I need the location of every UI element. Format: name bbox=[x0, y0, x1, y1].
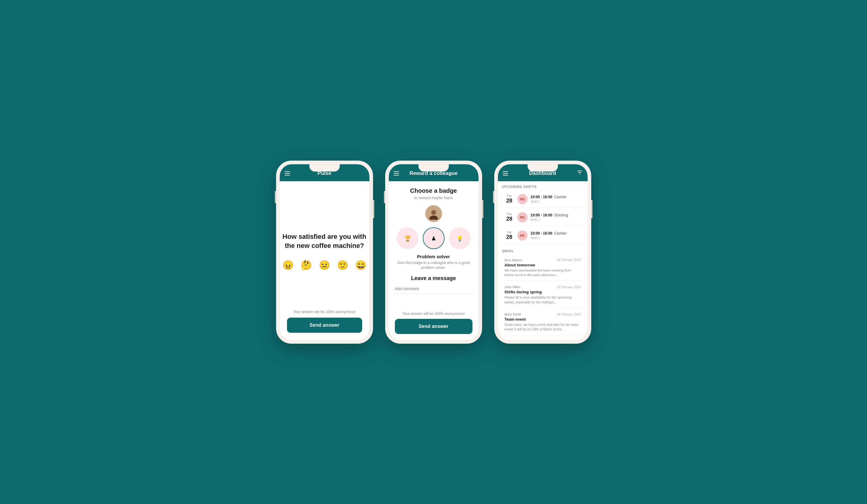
shift-day-2: Tue bbox=[507, 213, 512, 216]
shift-card-3[interactable]: Tue 28 NS 10:00 - 16:00 Cashier Shift 1 bbox=[501, 227, 585, 244]
svg-text:💡: 💡 bbox=[457, 235, 463, 242]
dashboard-content: UPCOMING SHIFTS Tue 28 NS 10:00 - 16:00 … bbox=[498, 181, 588, 340]
shift-avatar-1: NS bbox=[517, 194, 527, 204]
email-preview-1: We have rescheduled the team meeting fro… bbox=[505, 268, 581, 278]
shift-day-1: Tue bbox=[507, 194, 512, 197]
badges-row: 🏆 ♟ 💡 bbox=[397, 227, 471, 249]
email-meta-2: John Miller 29 February 2020 bbox=[505, 285, 581, 289]
svg-point-1 bbox=[431, 210, 436, 215]
filter-icon[interactable] bbox=[577, 169, 583, 177]
email-date-3: 29 February 2020 bbox=[557, 313, 581, 316]
shift-card-2[interactable]: Tue 28 NS 10:00 - 16:00 Stocking Shift 1 bbox=[501, 209, 585, 225]
qmail-header: QMAIL bbox=[498, 246, 588, 255]
shift-avatar-3: NS bbox=[517, 230, 527, 240]
phone-screen-pulse: Pulse How satisfied are you with the new… bbox=[280, 164, 370, 340]
reward-footer: Your answer will be 100% anonymous! Send… bbox=[395, 312, 472, 334]
pulse-footer: Your answer will be 100% anonymous! Send… bbox=[287, 310, 362, 333]
shift-time-3: 10:00 - 16:00 bbox=[531, 231, 553, 235]
svg-text:🏆: 🏆 bbox=[404, 235, 411, 242]
badge-idea[interactable]: 💡 bbox=[449, 227, 471, 249]
chess-icon: ♟ bbox=[428, 233, 439, 244]
shift-date-1: Tue 28 bbox=[505, 194, 514, 204]
shift-date-3: Tue 28 bbox=[505, 230, 514, 240]
emoji-smile[interactable]: 🙂 bbox=[335, 257, 350, 272]
shift-role-1: Cashier bbox=[554, 195, 567, 199]
email-date-2: 29 February 2020 bbox=[557, 286, 581, 289]
badge-chess[interactable]: ♟ bbox=[423, 227, 445, 249]
email-subject-3: Team event bbox=[505, 317, 581, 322]
reward-content: Choose a badge to reward Haylie Saris bbox=[389, 181, 479, 340]
emoji-angry[interactable]: 😠 bbox=[281, 257, 296, 272]
choose-badge-sub: to reward Haylie Saris bbox=[414, 195, 453, 200]
email-preview-2: Please fill in your availability for the… bbox=[505, 295, 581, 304]
phone-notch-2 bbox=[418, 164, 449, 172]
email-sender-3: Mary Smith bbox=[505, 312, 522, 316]
email-card-2[interactable]: John Miller 29 February 2020 Shifts duri… bbox=[501, 282, 585, 308]
phone-notch-1 bbox=[309, 164, 340, 172]
email-card-3[interactable]: Mary Smith 29 February 2020 Team event G… bbox=[501, 309, 585, 335]
shift-label-1: Shift 1 bbox=[531, 200, 581, 203]
pulse-screen-content: How satisfied are you with the new coffe… bbox=[280, 181, 370, 340]
shift-num-2: 28 bbox=[506, 216, 512, 222]
leave-message-title: Leave a message bbox=[411, 275, 456, 281]
shift-num-3: 28 bbox=[506, 234, 512, 240]
idea-icon: 💡 bbox=[454, 233, 465, 244]
svg-text:♟: ♟ bbox=[431, 235, 436, 242]
email-sender-1: Amy Adams bbox=[505, 258, 523, 262]
phone-screen-dashboard: Dashboard UPCOMING SHIFTS Tue 28 bbox=[498, 164, 588, 340]
email-preview-3: Great news, we have a time and date for … bbox=[505, 322, 581, 332]
shift-time-role-2: 10:00 - 16:00 Stocking bbox=[531, 213, 581, 217]
shift-role-3: Cashier bbox=[554, 231, 567, 235]
email-meta-3: Mary Smith 29 February 2020 bbox=[505, 312, 581, 316]
email-subject-1: About tomorrow bbox=[505, 263, 581, 267]
shift-time-role-1: 10:00 - 16:00 Cashier bbox=[531, 195, 581, 199]
shift-num-1: 28 bbox=[506, 197, 512, 204]
badge-trophy[interactable]: 🏆 bbox=[397, 227, 418, 249]
emoji-row: 😠 🤔 😐 🙂 😄 bbox=[281, 257, 368, 272]
emoji-happy[interactable]: 😄 bbox=[353, 257, 368, 272]
phone-dashboard: Dashboard UPCOMING SHIFTS Tue 28 bbox=[494, 161, 591, 344]
shift-avatar-2: NS bbox=[517, 212, 527, 223]
pulse-content: How satisfied are you with the new coffe… bbox=[280, 181, 370, 340]
email-meta-1: Amy Adams 29 February 2020 bbox=[505, 258, 581, 262]
email-card-1[interactable]: Amy Adams 29 February 2020 About tomorro… bbox=[501, 255, 585, 281]
badge-name: Problem solver bbox=[417, 254, 450, 259]
pulse-anonymous-text: Your answer will be 100% anonymous! bbox=[293, 310, 356, 314]
choose-badge-title: Choose a badge bbox=[410, 187, 457, 194]
colleague-avatar bbox=[425, 205, 442, 223]
svg-rect-11 bbox=[579, 174, 580, 174]
hamburger-icon-reward[interactable] bbox=[394, 171, 399, 175]
message-input[interactable] bbox=[395, 284, 472, 294]
shift-info-2: 10:00 - 16:00 Stocking Shift 1 bbox=[531, 213, 581, 222]
shift-date-2: Tue 28 bbox=[505, 213, 514, 222]
phone-notch-3 bbox=[527, 164, 558, 172]
shift-day-3: Tue bbox=[507, 230, 512, 234]
hamburger-icon-pulse[interactable] bbox=[285, 171, 290, 175]
email-date-1: 29 February 2020 bbox=[557, 258, 581, 261]
trophy-icon: 🏆 bbox=[402, 233, 413, 244]
upcoming-shifts-header: UPCOMING SHIFTS bbox=[498, 181, 588, 191]
reward-anonymous-text: Your answer will be 100% anonymous! bbox=[403, 312, 465, 316]
reward-send-button[interactable]: Send answer bbox=[395, 319, 472, 334]
pulse-question: How satisfied are you with the new coffe… bbox=[281, 232, 368, 250]
shift-time-1: 10:00 - 16:00 bbox=[531, 195, 553, 199]
emoji-thinking[interactable]: 🤔 bbox=[299, 257, 314, 272]
phone-reward: Reward a colleague Choose a badge to rew… bbox=[385, 161, 482, 344]
emoji-neutral[interactable]: 😐 bbox=[317, 257, 332, 272]
shift-label-2: Shift 1 bbox=[531, 218, 581, 222]
shift-time-role-3: 10:00 - 16:00 Cashier bbox=[531, 231, 581, 235]
badge-desc: Give this badge to a colleague who is a … bbox=[395, 260, 472, 271]
hamburger-icon-dashboard[interactable] bbox=[503, 171, 508, 175]
pulse-send-button[interactable]: Send answer bbox=[287, 318, 362, 333]
shift-card-1[interactable]: Tue 28 NS 10:00 - 16:00 Cashier Shift 1 bbox=[501, 191, 585, 207]
svg-rect-10 bbox=[578, 172, 581, 173]
phones-container: Pulse How satisfied are you with the new… bbox=[276, 161, 591, 344]
email-sender-2: John Miller bbox=[505, 285, 521, 289]
phone-screen-reward: Reward a colleague Choose a badge to rew… bbox=[389, 164, 479, 340]
shift-info-3: 10:00 - 16:00 Cashier Shift 1 bbox=[531, 231, 581, 240]
avatar-image bbox=[428, 207, 440, 220]
shift-role-2: Stocking bbox=[554, 213, 568, 217]
shift-label-3: Shift 1 bbox=[531, 236, 581, 240]
svg-rect-9 bbox=[577, 171, 582, 171]
reward-screen-content: Choose a badge to reward Haylie Saris bbox=[389, 181, 479, 340]
